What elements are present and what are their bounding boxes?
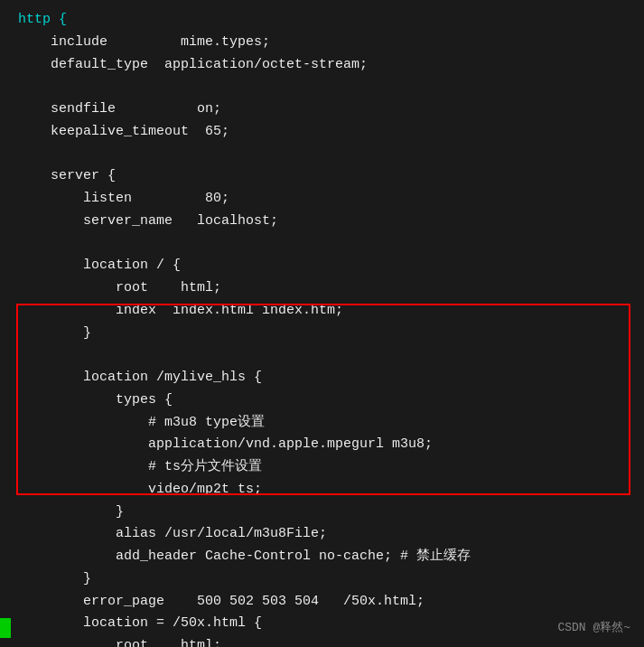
code-line-23: } (0, 502, 644, 524)
code-line-22: video/mp2t ts; (0, 479, 644, 502)
code-line-9: listen 80; (0, 188, 644, 211)
code-line-4 (0, 76, 644, 98)
cn-comment-2: 分片文件设置 (181, 459, 262, 474)
code-line-14: index index.html index.htm; (0, 300, 644, 323)
brace-open-1: { (59, 12, 67, 27)
code-line-19: # m3u8 type设置 (0, 412, 644, 435)
cn-comment-1: 设置 (238, 415, 265, 430)
code-line-2: include mime.types; (0, 32, 644, 54)
code-line-1: http { (0, 9, 644, 32)
code-line-6: keepalive_timeout 65; (0, 121, 644, 144)
code-line-15: } (0, 323, 644, 345)
code-line-7 (0, 144, 644, 166)
code-line-18: types { (0, 389, 644, 412)
code-line-27: error_page 500 502 503 504 /50x.html; (0, 591, 644, 614)
cn-comment-3: 禁止缓存 (416, 549, 471, 564)
code-line-3: default_type application/octet-stream; (0, 54, 644, 77)
code-line-12: location / { (0, 255, 644, 277)
code-line-28: location = /50x.html { (0, 613, 644, 635)
code-line-11 (0, 233, 644, 256)
code-line-10: server_name localhost; (0, 211, 644, 233)
green-indicator (0, 618, 11, 638)
code-line-16 (0, 344, 644, 367)
code-line-17: location /mylive_hls { (0, 367, 644, 389)
code-line-21: # ts分片文件设置 (0, 456, 644, 479)
code-line-5: sendfile on; (0, 98, 644, 121)
code-line-26: } (0, 568, 644, 591)
code-line-25: add_header Cache-Control no-cache; # 禁止缓… (0, 546, 644, 568)
code-line-20: application/vnd.apple.mpegurl m3u8; (0, 434, 644, 456)
code-line-13: root html; (0, 277, 644, 300)
watermark: CSDN @释然~ (557, 619, 630, 638)
keyword-http: http (18, 12, 59, 27)
code-line-24: alias /usr/local/m3u8File; (0, 523, 644, 546)
code-line-29: root html; (0, 635, 644, 647)
code-container: http { include mime.types; default_type … (0, 0, 644, 647)
code-line-8: server { (0, 165, 644, 188)
